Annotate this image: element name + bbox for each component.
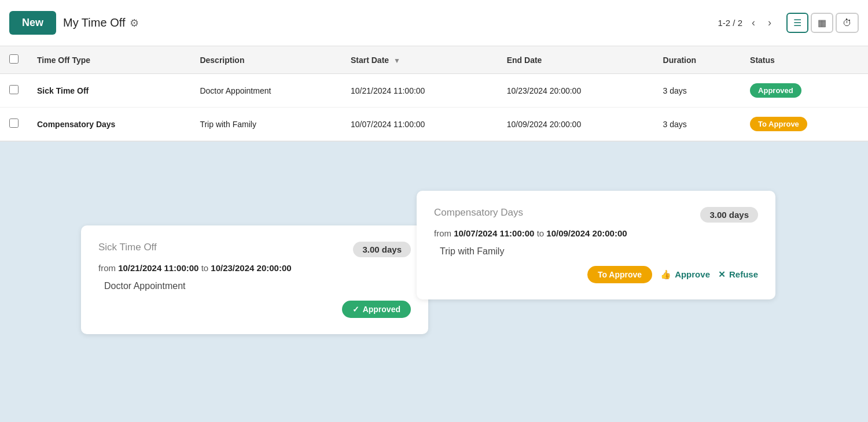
- cell-duration: 3 days: [654, 74, 741, 108]
- cell-description: Trip with Family: [190, 108, 341, 141]
- card-sick-status-badge: ✓ Approved: [342, 301, 411, 318]
- topbar: New My Time Off ⚙ 1-2 / 2 ‹ › ☰ ▦ ⏱: [0, 0, 868, 46]
- pagination-text: 1-2 / 2: [718, 18, 742, 28]
- select-all-header[interactable]: [0, 46, 28, 74]
- list-view-button[interactable]: ☰: [786, 13, 808, 33]
- cell-status: To Approve: [741, 108, 868, 141]
- row-checkbox[interactable]: [9, 119, 19, 128]
- check-icon: ✓: [352, 305, 359, 314]
- prev-button[interactable]: ‹: [748, 14, 759, 31]
- card-sick-days: 3.00 days: [353, 242, 411, 257]
- cell-end-date: 10/23/2024 20:00:00: [498, 74, 654, 108]
- x-icon: ✕: [718, 269, 726, 280]
- card-comp-description: Trip with Family: [434, 246, 758, 257]
- card-comp-dates: from 10/07/2024 11:00:00 to 10/09/2024 2…: [434, 227, 758, 240]
- refuse-button[interactable]: ✕ Refuse: [718, 269, 758, 280]
- comp-from-date: 10/07/2024 11:00:00: [454, 228, 534, 238]
- col-end-date: End Date: [498, 46, 654, 74]
- card-sick-header: Sick Time Off 3.00 days: [98, 242, 411, 257]
- card-view-button[interactable]: ▦: [811, 13, 833, 33]
- cell-start-date: 10/21/2024 11:00:00: [341, 74, 498, 108]
- approve-button[interactable]: 👍 Approve: [660, 269, 710, 280]
- cell-end-date: 10/09/2024 20:00:00: [498, 108, 654, 141]
- row-checkbox-cell[interactable]: [0, 108, 28, 141]
- status-badge: To Approve: [750, 117, 807, 131]
- comp-from-label: from: [434, 228, 451, 238]
- time-off-table: Time Off Type Description Start Date ▼ E…: [0, 46, 868, 142]
- clock-view-button[interactable]: ⏱: [836, 13, 859, 33]
- approve-label: Approve: [675, 269, 710, 279]
- card-sick-type: Sick Time Off: [98, 242, 157, 253]
- comp-to-date: 10/09/2024 20:00:00: [546, 228, 627, 238]
- card-sick-status-text: Approved: [363, 305, 400, 314]
- next-button[interactable]: ›: [764, 14, 775, 31]
- from-date: 10/21/2024 11:00:00: [118, 263, 198, 273]
- card-comp-status-text: To Approve: [598, 270, 642, 279]
- card-sick-dates: from 10/21/2024 11:00:00 to 10/23/2024 2…: [98, 262, 411, 275]
- refuse-label: Refuse: [729, 269, 758, 279]
- row-checkbox[interactable]: [9, 85, 19, 94]
- col-duration: Duration: [654, 46, 741, 74]
- table-row[interactable]: Compensatory Days Trip with Family 10/07…: [0, 108, 868, 141]
- card-comp-status-badge: To Approve: [587, 266, 652, 283]
- cell-start-date: 10/07/2024 11:00:00: [341, 108, 498, 141]
- cell-status: Approved: [741, 74, 868, 108]
- card-comp-type: Compensatory Days: [434, 207, 523, 219]
- table-header-row: Time Off Type Description Start Date ▼ E…: [0, 46, 868, 74]
- card-sick-footer: ✓ Approved: [98, 301, 411, 318]
- bottom-section: Sick Time Off 3.00 days from 10/21/2024 …: [0, 179, 868, 422]
- sick-time-off-card: Sick Time Off 3.00 days from 10/21/2024 …: [81, 225, 428, 334]
- cell-duration: 3 days: [654, 108, 741, 141]
- col-start-date[interactable]: Start Date ▼: [341, 46, 498, 74]
- comp-to-label: to: [537, 228, 547, 238]
- sort-arrow-icon: ▼: [393, 57, 400, 65]
- page-title: My Time Off ⚙: [63, 16, 139, 29]
- title-text: My Time Off: [63, 16, 125, 29]
- card-sick-description: Doctor Appointment: [98, 281, 411, 291]
- status-badge: Approved: [750, 83, 801, 98]
- col-status: Status: [741, 46, 868, 74]
- cell-time-off-type: Compensatory Days: [28, 108, 190, 141]
- to-date: 10/23/2024 20:00:00: [211, 263, 291, 273]
- cell-description: Doctor Appointment: [190, 74, 341, 108]
- pagination: 1-2 / 2 ‹ ›: [718, 14, 775, 31]
- from-label: from: [98, 263, 116, 273]
- col-time-off-type: Time Off Type: [28, 46, 190, 74]
- compensatory-days-card: Compensatory Days 3.00 days from 10/07/2…: [417, 191, 775, 299]
- to-label: to: [201, 263, 209, 273]
- card-comp-header: Compensatory Days 3.00 days: [434, 207, 758, 223]
- col-description: Description: [190, 46, 341, 74]
- card-comp-footer: To Approve 👍 Approve ✕ Refuse: [434, 266, 758, 283]
- card-comp-days: 3.00 days: [700, 207, 758, 223]
- select-all-checkbox[interactable]: [9, 54, 19, 64]
- cell-time-off-type: Sick Time Off: [28, 74, 190, 108]
- thumbs-up-icon: 👍: [660, 269, 671, 280]
- gear-icon[interactable]: ⚙: [130, 17, 139, 29]
- new-button[interactable]: New: [9, 11, 56, 35]
- view-buttons: ☰ ▦ ⏱: [786, 13, 859, 33]
- table-row[interactable]: Sick Time Off Doctor Appointment 10/21/2…: [0, 74, 868, 108]
- row-checkbox-cell[interactable]: [0, 74, 28, 108]
